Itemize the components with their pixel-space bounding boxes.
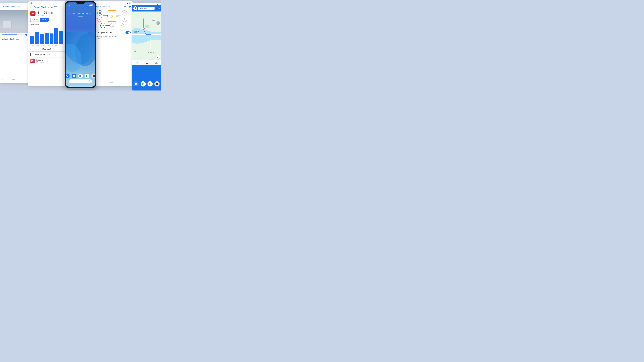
movies-duration-container: 4 hr 29 min This week [37,11,53,16]
top-connector-1 [106,25,110,26]
brightness-slider-thumb[interactable] [25,34,27,36]
preview-chrome[interactable] [148,81,153,86]
time-spent-dropdown[interactable]: ▾ [40,24,40,25]
phone-app-chrome[interactable] [85,74,90,78]
connector-fitness [103,17,107,17]
instagram-row[interactable]: Instagram 28 minutes [28,57,66,64]
date-label: Mon, Aug 6 [42,48,51,50]
svg-point-4 [88,5,88,6]
battery-main-icon: ⚡ [108,10,116,22]
use-adaptive-row: Use Adaptive Battery [91,29,133,36]
chart-bar-tue [35,32,39,44]
phone-app-play[interactable] [78,74,83,78]
svg-point-34 [135,8,136,8]
brightness-nav-prev[interactable]: ‹ [2,78,3,80]
svg-marker-30 [121,25,122,26]
phone-screen: 9:00 [66,2,96,87]
movies-nav-prev[interactable]: ‹ [30,83,31,85]
phone-app-camera[interactable] [92,74,96,78]
chart-bar-thu [45,33,48,44]
phone-app-phone[interactable] [66,74,70,78]
preview-play[interactable] [140,81,146,86]
brightness-title: Adaptive Brightness [2,5,27,7]
brightness-slider-container[interactable] [0,33,29,37]
show-dashboard-row[interactable]: Show app dashboard [28,51,66,57]
google-g-logo: G [71,80,72,82]
driving-icon: 🚗 [146,62,148,64]
battery-nav-indicator [110,82,114,83]
battery-icon [91,4,93,6]
svg-rect-8 [90,4,91,6]
brightness-header: Adaptive Brightness [0,3,29,10]
mail-top-circle [100,23,106,28]
battery-toolbar: Adaptive Battery [91,4,133,9]
maps-search-input[interactable]: Search here [138,7,154,10]
adaptive-battery-toggle[interactable] [126,31,131,34]
phone-frame: 9:00 [65,1,96,88]
battery-help-button[interactable] [128,5,131,8]
google-maps-logo [134,6,138,10]
svg-marker-0 [32,12,34,15]
svg-rect-23 [131,3,131,3]
mail-app-circle [97,10,102,15]
svg-point-31 [158,4,158,5]
movies-duration: 4 hr 29 min [37,11,53,14]
date-next-button[interactable]: › [62,48,63,50]
preview-messages[interactable] [134,81,139,86]
svg-point-17 [87,76,87,76]
diagram-left-col [97,10,102,22]
chart-label-wed: Wed [41,44,44,46]
dashboard-icon [30,53,33,56]
movies-bottom-nav: ‹ [28,83,66,85]
chart-bars [30,26,63,44]
svg-text:Manhattan: Manhattan [134,31,139,32]
maps-mic-icon[interactable]: 🎤 [156,7,158,9]
movies-toolbar: ← Google Play Movies & TV [28,5,66,10]
svg-point-18 [125,3,125,4]
diagram-connectors-left [103,15,107,17]
explore-icon: 🔍 [136,62,138,64]
chart-bar-sun [59,31,63,44]
connector-maps [117,17,121,17]
svg-rect-10 [93,5,93,5]
movies-this-week: This week [37,14,53,16]
diagram-connectors-right [117,15,121,17]
brightness-slider-track[interactable] [2,34,26,35]
hourly-toggle[interactable]: Hourly [30,18,40,21]
mic-icon[interactable]: 🎤 [88,80,90,82]
phone-dock: G 🎤 [66,74,96,83]
battery-bolt-icon: ⚡ [110,14,114,18]
wifi-icon [87,4,89,6]
svg-rect-20 [127,3,127,4]
maps-location-fab[interactable]: ⊕ [156,55,160,59]
movies-back-button[interactable]: ← [30,6,32,8]
phone-home-indicator [78,16,84,16]
maps-close-icon[interactable]: ✕ [158,7,160,9]
view-toggle-group: Hourly Daily [30,18,48,22]
maps-image[interactable]: DUMBO VINEG- AR HILL BROOKLYN HEIGHTS BR… [132,11,161,60]
diagram-right-col [122,10,127,22]
diagram-row-2 [91,23,133,29]
battery-status-bar [91,1,133,4]
phone-search-bar[interactable]: G 🎤 [69,79,92,83]
use-adaptive-title: Use Adaptive Battery [94,31,112,34]
phone-date-weather: Monday, Aug 6 | 🌙 85°F [66,6,96,15]
battery-panel: Adaptive Battery [91,1,133,86]
maps-app-circle [122,17,127,22]
maps-status-bar [132,3,161,5]
chart-bar-mon [30,36,34,44]
transit-icon: 🚌 [155,62,158,64]
maps-signal-icon [159,3,160,4]
phone-app-messages[interactable] [72,74,76,78]
brightness-nav: ‹ [0,77,29,82]
battery-toolbar-icons [124,5,131,8]
instagram-time: 28 minutes [36,61,44,63]
svg-rect-7 [90,5,90,6]
signal-icon [89,4,91,6]
svg-rect-32 [160,3,160,5]
battery-search-button[interactable] [124,5,127,8]
phone-app-row-1 [66,74,96,78]
preview-camera[interactable] [154,81,160,86]
date-prev-button[interactable]: ‹ [30,48,31,50]
daily-toggle[interactable]: Daily [40,18,48,21]
